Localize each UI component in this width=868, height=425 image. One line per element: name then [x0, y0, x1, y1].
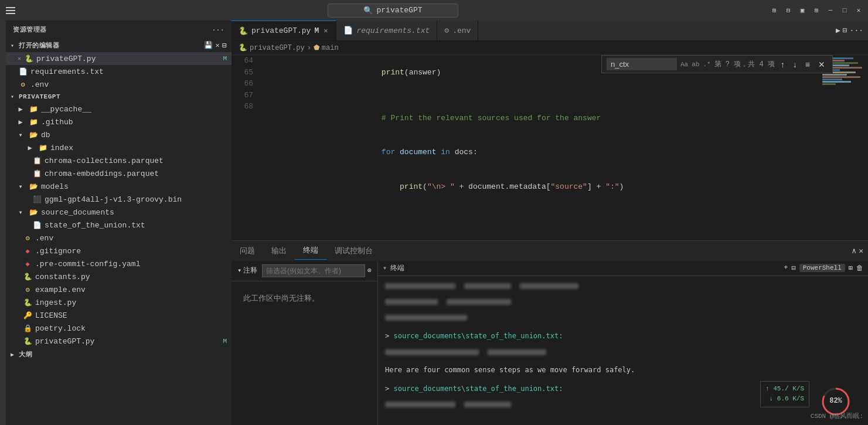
terminal-panel: ▾ 终端 + ⊟ PowerShell ⊞ 🗑 — [378, 261, 868, 426]
tree-db[interactable]: ▾ 📂 db — [6, 128, 232, 141]
breadcrumb-file[interactable]: privateGPT.py — [250, 44, 305, 52]
more-tabs-button[interactable]: ··· — [850, 26, 863, 35]
tab-bar-actions: ▶ ⊟ ··· — [831, 21, 868, 40]
code-op4: ) — [619, 182, 624, 191]
find-all-btn[interactable]: ≡ — [803, 59, 812, 70]
tree-constants[interactable]: 🐍 constants.py — [6, 270, 232, 283]
run-button[interactable]: ▶ — [836, 26, 840, 35]
match-case-btn[interactable]: Aa — [680, 61, 688, 68]
terminal-split2-button[interactable]: ⊞ — [849, 264, 853, 273]
tree-source-docs[interactable]: ▾ 📂 source_documents — [6, 206, 232, 219]
more-actions-button[interactable]: ··· — [212, 26, 224, 33]
parquet-icon1: 📋 — [32, 155, 42, 166]
tab-bar: 🐍 privateGPT.py M ✕ 📄 requirements.txt ⚙… — [232, 21, 868, 41]
panel-close-icon[interactable]: ✕ — [859, 246, 863, 256]
tree-license[interactable]: 🔑 LICENSE — [6, 309, 232, 322]
folder-models-icon: 📂 — [28, 181, 39, 192]
outline-section[interactable]: ▶ 大纲 — [6, 348, 232, 361]
py-icon4: 🐍 — [22, 336, 33, 346]
tree-index[interactable]: ▶ 📁 index — [6, 141, 232, 154]
filter-icon[interactable]: ⊗ — [367, 266, 372, 275]
terminal-trash-button[interactable]: 🗑 — [856, 264, 863, 273]
title-search[interactable]: 🔍 privateGPT — [328, 4, 458, 18]
chevron-down-icon: ▾ — [15, 130, 26, 140]
panel-tab-actions: ∧ ✕ — [847, 246, 868, 256]
open-file-env[interactable]: ⚙ .env — [6, 78, 232, 91]
tab-close-privategpt[interactable]: ✕ — [322, 25, 329, 36]
layout-icon[interactable]: ⊟ — [785, 7, 792, 14]
open-file-privategpt[interactable]: ✕ 🐍 privateGPT.py M — [6, 52, 232, 65]
tab-problems[interactable]: 问题 — [232, 242, 263, 260]
panel-expand-icon[interactable]: ∧ — [852, 246, 856, 256]
file-gitignore: .gitignore — [35, 247, 232, 256]
find-input[interactable] — [607, 58, 677, 70]
code-op2: + document.metadata[ — [455, 182, 551, 191]
close-file-icon[interactable]: ✕ — [18, 55, 21, 62]
binary-icon: ⬛ — [32, 194, 42, 205]
close-all-icon[interactable]: ✕ — [216, 41, 220, 50]
tab-terminal[interactable]: 终端 — [295, 242, 326, 260]
close-button[interactable]: ✕ — [855, 7, 862, 14]
tree-precommit[interactable]: ◆ .pre-commit-config.yaml — [6, 257, 232, 270]
find-next-btn[interactable]: ↓ — [791, 59, 799, 70]
blurred-text-2 — [464, 283, 511, 289]
layout2-icon[interactable]: ▣ — [799, 7, 806, 14]
sidebar-title: 资源管理器 — [13, 25, 47, 34]
tree-poetrylock[interactable]: 🔒 poetry.lock — [6, 322, 232, 335]
match-word-btn[interactable]: ab — [692, 61, 699, 68]
tree-pycache[interactable]: ▶ 📁 __pycache__ — [6, 103, 232, 115]
tree-privategpt[interactable]: 🐍 privateGPT.py M — [6, 335, 232, 348]
code-str1: "\n> " — [427, 182, 455, 191]
tree-chroma-embeddings[interactable]: 📋 chroma-embeddings.parquet — [6, 167, 232, 180]
tab-py-icon: 🐍 — [239, 26, 248, 36]
tab-privategpt[interactable]: 🐍 privateGPT.py M ✕ — [232, 21, 336, 40]
tree-chroma-collections[interactable]: 📋 chroma-collections.parquet — [6, 154, 232, 167]
maximize-button[interactable]: □ — [841, 7, 848, 14]
tree-ingest[interactable]: 🐍 ingest.py — [6, 296, 232, 309]
tree-ggml[interactable]: ⬛ ggml-gpt4all-j-v1.3-groovy.bin — [6, 193, 232, 206]
add-terminal-button[interactable]: + — [784, 264, 788, 272]
terminal-source-text-2: source_documents\state_of_the_union.txt: — [393, 385, 563, 393]
tab-output[interactable]: 输出 — [263, 242, 295, 260]
file-ingest: ingest.py — [35, 298, 232, 307]
code-lines[interactable]: print(answer) # Print the relevant sourc… — [258, 55, 821, 240]
file-modified-badge2: M — [223, 338, 227, 345]
regex-btn[interactable]: .* — [703, 61, 710, 68]
tree-exampleenv[interactable]: ⚙ example.env — [6, 283, 232, 296]
chevron-down-icon3: ▾ — [15, 207, 26, 217]
terminal-body[interactable]: > source_documents\state_of_the_union.tx… — [378, 276, 868, 426]
tree-env-file[interactable]: ⚙ .env — [6, 232, 232, 244]
split-editor-button[interactable]: ⊟ — [843, 26, 847, 35]
save-all-icon[interactable]: 💾 — [204, 41, 213, 50]
terminal-split-button[interactable]: ⊟ — [792, 264, 796, 273]
yaml-icon: ◆ — [22, 259, 33, 269]
percentage-text: 82% — [829, 396, 842, 407]
tab-requirements[interactable]: 📄 requirements.txt — [336, 21, 437, 40]
folder-name-sourcedocs: source_documents — [41, 208, 232, 217]
tree-state-union[interactable]: 📄 state_of_the_union.txt — [6, 219, 232, 232]
comments-filter-input[interactable] — [262, 264, 365, 277]
tab-env[interactable]: ⚙ .env — [437, 21, 478, 40]
blurred-text-9 — [385, 402, 455, 407]
collapse-icon[interactable]: ⊟ — [222, 41, 227, 50]
tree-github[interactable]: ▶ 📁 .github — [6, 115, 232, 128]
comments-chevron: ▾ — [237, 266, 243, 275]
open-file-requirements[interactable]: 📄 requirements.txt — [6, 65, 232, 78]
find-prev-btn[interactable]: ↑ — [778, 59, 787, 70]
code-docs: docs: — [450, 148, 478, 157]
code-str2: "source" — [551, 182, 587, 191]
blurred-text-1 — [385, 283, 455, 289]
minimize-button[interactable]: ─ — [827, 7, 834, 14]
find-close-btn[interactable]: ✕ — [816, 59, 828, 70]
hamburger-icon[interactable] — [6, 7, 15, 14]
tree-models[interactable]: ▾ 📂 models — [6, 180, 232, 193]
tree-gitignore[interactable]: ◆ .gitignore — [6, 244, 232, 257]
app-layout: 资源管理器 ··· ▾ 打开的编辑器 💾 ✕ ⊟ ✕ 🐍 pri — [0, 21, 868, 425]
open-editors-section[interactable]: ▾ 打开的编辑器 💾 ✕ ⊟ — [6, 39, 232, 52]
tab-debug-console[interactable]: 调试控制台 — [326, 242, 381, 260]
layout3-icon[interactable]: ⊞ — [813, 7, 820, 14]
comments-empty-text: 此工作区中尚无注释。 — [243, 294, 319, 303]
breadcrumb-symbol[interactable]: main — [322, 44, 339, 52]
project-section[interactable]: ▾ PRIVATEGPT — [6, 91, 232, 103]
split-editor-icon[interactable]: ⊞ — [771, 7, 778, 14]
